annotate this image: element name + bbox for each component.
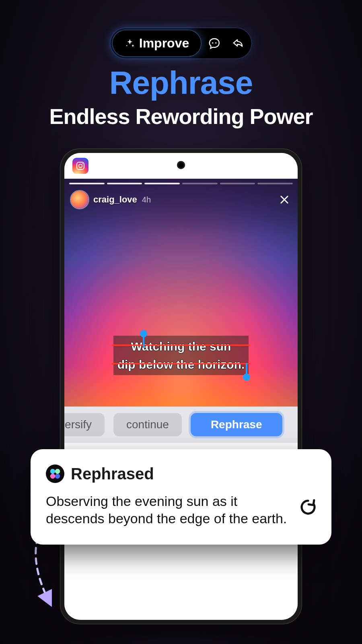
selected-text[interactable]: Watching the sun dip below the horizon. bbox=[97, 336, 265, 375]
svg-point-1 bbox=[216, 42, 217, 43]
avatar[interactable] bbox=[71, 191, 88, 208]
sparkle-icon bbox=[125, 38, 135, 49]
keyboard-action-bar: ersify continue Rephrase bbox=[64, 407, 298, 443]
story-username[interactable]: craig_love bbox=[93, 194, 137, 205]
story-timestamp: 4h bbox=[142, 195, 151, 204]
close-icon bbox=[279, 194, 290, 205]
regenerate-button[interactable] bbox=[298, 497, 318, 517]
phone-camera-icon bbox=[177, 161, 185, 169]
page-headline: Rephrase bbox=[0, 64, 362, 101]
story-progress bbox=[69, 183, 293, 184]
refresh-icon bbox=[298, 497, 318, 517]
rephrase-button[interactable]: Rephrase bbox=[191, 413, 282, 436]
svg-point-0 bbox=[212, 42, 214, 43]
reply-arrow-icon bbox=[232, 37, 245, 50]
selected-text-content: Watching the sun dip below the horizon. bbox=[117, 337, 245, 374]
chat-bubble-icon bbox=[208, 37, 221, 50]
phone-mockup: craig_love 4h Watching the sun dip below… bbox=[60, 149, 302, 624]
improve-label: Improve bbox=[139, 36, 189, 51]
svg-point-3 bbox=[79, 164, 82, 167]
app-logo-icon bbox=[46, 464, 64, 483]
top-toolbar: Improve bbox=[111, 28, 251, 58]
reply-button[interactable] bbox=[227, 32, 250, 55]
story-image: craig_love 4h Watching the sun dip below… bbox=[64, 179, 298, 407]
svg-rect-2 bbox=[77, 162, 84, 169]
continue-button[interactable]: continue bbox=[113, 413, 182, 436]
page-subheadline: Endless Rewording Power bbox=[0, 104, 362, 129]
result-body: Observing the evening sun as it descends… bbox=[46, 493, 316, 527]
svg-point-4 bbox=[82, 163, 83, 164]
improve-button[interactable]: Improve bbox=[112, 30, 202, 57]
diversify-button[interactable]: ersify bbox=[64, 413, 105, 436]
result-title: Rephrased bbox=[71, 465, 154, 483]
result-card: Rephrased Observing the evening sun as i… bbox=[31, 449, 331, 545]
instagram-logo-icon bbox=[72, 158, 88, 174]
selection-handle-end-icon[interactable] bbox=[243, 374, 250, 381]
chat-button[interactable] bbox=[203, 32, 226, 55]
selection-handle-start-icon[interactable] bbox=[140, 330, 147, 337]
close-button[interactable] bbox=[278, 193, 291, 206]
